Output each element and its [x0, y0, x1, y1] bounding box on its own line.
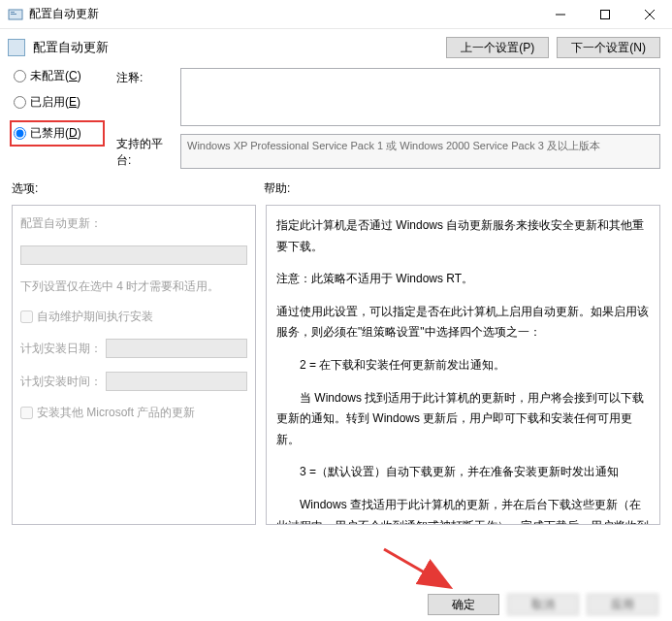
radio-disabled[interactable]: 已禁用(D)	[14, 125, 99, 142]
help-p6: 3 =（默认设置）自动下载更新，并在准备安装更新时发出通知	[276, 462, 650, 483]
help-pane[interactable]: 指定此计算机是否通过 Windows 自动更新服务来接收安全更新和其他重要下载。…	[266, 205, 660, 525]
titlebar: 配置自动更新	[0, 0, 672, 29]
update-mode-dropdown	[20, 245, 247, 265]
highlight-disabled: 已禁用(D)	[10, 120, 105, 147]
next-setting-button[interactable]: 下一个设置(N)	[557, 37, 660, 58]
config-row: 未配置(C) 已启用(E) 已禁用(D) 注释: 支持的平台: Windows …	[0, 68, 672, 177]
minimize-button[interactable]	[538, 0, 583, 28]
header-row: 配置自动更新 上一个设置(P) 下一个设置(N)	[0, 29, 672, 68]
radio-group: 未配置(C) 已启用(E) 已禁用(D)	[12, 68, 107, 169]
svg-line-8	[384, 549, 448, 586]
platform-text: Windows XP Professional Service Pack 1 或…	[180, 134, 660, 169]
svg-rect-4	[601, 10, 610, 18]
options-pane: 配置自动更新： 下列设置仅在选中 4 时才需要和适用。 自动维护期间执行安装 计…	[12, 205, 256, 525]
cancel-button[interactable]: 取消	[507, 594, 579, 615]
plan-date-dropdown	[106, 339, 247, 358]
help-p4: 2 = 在下载和安装任何更新前发出通知。	[276, 355, 650, 376]
help-label: 帮助:	[264, 180, 290, 197]
platform-label: 支持的平台:	[116, 134, 173, 169]
window-title: 配置自动更新	[29, 6, 538, 22]
options-heading: 配置自动更新：	[20, 215, 247, 232]
comment-textarea[interactable]	[180, 68, 660, 126]
auto-maint-check: 自动维护期间执行安装	[20, 309, 247, 325]
svg-rect-1	[11, 12, 15, 13]
install-other-check: 安装其他 Microsoft 产品的更新	[20, 405, 247, 421]
plan-time-label: 计划安装时间：	[20, 374, 102, 390]
radio-enabled[interactable]: 已启用(E)	[14, 94, 105, 111]
maximize-button[interactable]	[583, 0, 627, 28]
radio-not-configured[interactable]: 未配置(C)	[14, 68, 105, 84]
help-p2: 注意：此策略不适用于 Windows RT。	[276, 269, 650, 290]
policy-icon	[8, 39, 25, 56]
svg-rect-2	[11, 14, 16, 15]
ok-button[interactable]: 确定	[428, 594, 499, 615]
help-p7: Windows 查找适用于此计算机的更新，并在后台下载这些更新（在此过程中，用户…	[276, 495, 650, 525]
help-p3: 通过使用此设置，可以指定是否在此计算机上启用自动更新。如果启用该服务，则必须在"…	[276, 302, 650, 343]
options-note: 下列设置仅在选中 4 时才需要和适用。	[20, 278, 247, 295]
help-p5: 当 Windows 找到适用于此计算机的更新时，用户将会接到可以下载更新的通知。…	[276, 388, 650, 451]
arrow-annotation	[380, 543, 467, 592]
options-label: 选项:	[12, 180, 264, 197]
help-p1: 指定此计算机是否通过 Windows 自动更新服务来接收安全更新和其他重要下载。	[276, 215, 650, 257]
plan-date-label: 计划安装日期：	[20, 341, 102, 357]
prev-setting-button[interactable]: 上一个设置(P)	[446, 37, 549, 58]
plan-time-dropdown	[106, 372, 247, 391]
page-title: 配置自动更新	[33, 39, 109, 56]
close-button[interactable]	[627, 0, 672, 28]
app-icon	[8, 7, 23, 22]
apply-button[interactable]: 应用	[587, 594, 658, 615]
footer: 确定 取消 应用	[428, 594, 658, 615]
comment-label: 注释:	[116, 68, 173, 86]
